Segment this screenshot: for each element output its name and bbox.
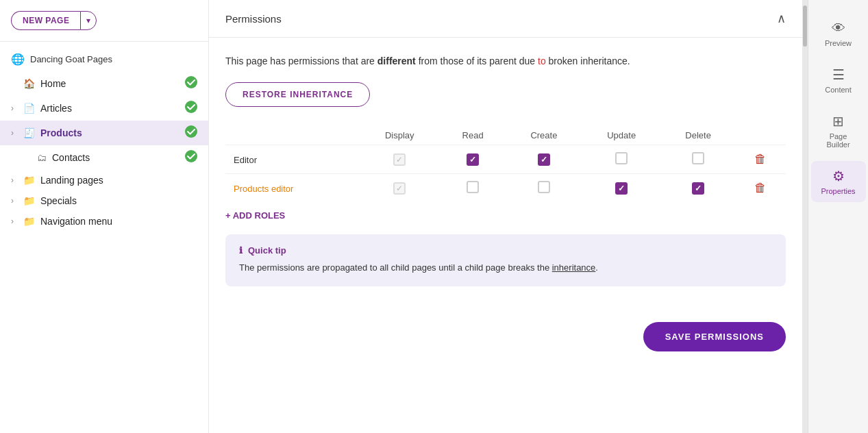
- info-icon: ℹ: [239, 245, 243, 256]
- sidebar-item-navigation-menu[interactable]: ›📁Navigation menu: [0, 211, 208, 232]
- articles-icon: 📄: [23, 103, 35, 114]
- right-panel-item-page-builder[interactable]: ⊞ Page Builder: [811, 106, 866, 156]
- perm-cell-update: [582, 145, 661, 174]
- products-icon: 🧾: [23, 127, 35, 138]
- delete-checkbox[interactable]: [692, 152, 704, 164]
- sidebar-item-articles[interactable]: ›📄Articles: [0, 96, 208, 121]
- sidebar-item-label: Navigation menu: [40, 216, 197, 227]
- collapse-button[interactable]: ∧: [777, 11, 786, 26]
- sidebar-item-label: Products: [40, 127, 185, 138]
- delete-role-icon[interactable]: 🗑: [754, 181, 767, 195]
- new-page-bar: NEW PAGE ▾: [0, 11, 208, 42]
- right-panel-item-content[interactable]: ☰ Content: [811, 60, 866, 101]
- role-name: Editor: [234, 155, 257, 165]
- site-name: Dancing Goat Pages: [30, 54, 112, 64]
- svg-point-2: [185, 125, 197, 138]
- right-panel-item-preview[interactable]: 👁 Preview: [811, 14, 866, 54]
- sidebar-item-label: Contacts: [52, 152, 185, 163]
- permissions-panel: Permissions ∧ This page has permissions …: [209, 0, 802, 433]
- preview-icon: 👁: [832, 21, 845, 36]
- permissions-table: Display Read Create Update Delete Editor…: [225, 126, 786, 202]
- right-panel: 👁 Preview ☰ Content ⊞ Page Builder ⚙ Pro…: [808, 0, 868, 433]
- sidebar-item-home[interactable]: 🏠Home: [0, 71, 208, 96]
- sidebar-item-landing-pages[interactable]: ›📁Landing pages: [0, 170, 208, 190]
- site-label: 🌐 Dancing Goat Pages: [0, 50, 208, 71]
- add-roles-button[interactable]: + ADD ROLES: [225, 202, 285, 229]
- col-role: [225, 126, 360, 145]
- sidebar-item-specials[interactable]: ›📁Specials: [0, 190, 208, 211]
- delete-role-icon[interactable]: 🗑: [754, 152, 767, 166]
- svg-point-0: [185, 76, 197, 88]
- check-icon: [185, 125, 197, 140]
- quick-tip-box: ℹ Quick tip The permissions are propagat…: [225, 234, 786, 286]
- update-checkbox[interactable]: [615, 182, 628, 195]
- nav-items: 🏠Home›📄Articles›🧾Products🗂Contacts›📁Land…: [0, 71, 208, 232]
- permissions-body: This page has permissions that are diffe…: [209, 38, 802, 314]
- page-builder-icon: ⊞: [832, 113, 844, 129]
- chevron-icon: ›: [11, 103, 23, 113]
- chevron-icon: ›: [11, 128, 23, 138]
- globe-icon: 🌐: [11, 53, 25, 66]
- perm-cell-read: [440, 145, 506, 174]
- delete-checkbox[interactable]: [692, 182, 704, 195]
- sidebar: NEW PAGE ▾ 🌐 Dancing Goat Pages 🏠Home›📄A…: [0, 0, 209, 433]
- quick-tip-text: The permissions are propagated to all ch…: [239, 261, 772, 275]
- sidebar-item-label: Specials: [40, 195, 197, 206]
- properties-label: Properties: [821, 187, 855, 195]
- display-checkbox[interactable]: [393, 182, 406, 195]
- sidebar-item-label: Articles: [40, 103, 185, 114]
- save-permissions-button[interactable]: SAVE PERMISSIONS: [643, 322, 786, 351]
- new-page-dropdown-button[interactable]: ▾: [80, 11, 97, 30]
- col-display: Display: [360, 126, 440, 145]
- perm-cell-delete: [661, 174, 735, 203]
- sidebar-item-label: Home: [40, 78, 185, 89]
- navigation-menu-icon: 📁: [23, 216, 35, 227]
- chevron-icon: ›: [11, 175, 23, 185]
- specials-icon: 📁: [23, 195, 35, 206]
- create-checkbox[interactable]: [538, 181, 550, 193]
- page-builder-label: Page Builder: [819, 132, 858, 149]
- permissions-title: Permissions: [225, 13, 282, 25]
- read-checkbox[interactable]: [467, 181, 479, 193]
- sidebar-item-label: Landing pages: [40, 175, 197, 186]
- create-checkbox[interactable]: [538, 153, 550, 166]
- right-panel-item-properties[interactable]: ⚙ Properties: [811, 161, 866, 202]
- perm-cell-update: [582, 174, 661, 203]
- check-icon: [185, 101, 197, 116]
- table-row: Products editor🗑: [225, 174, 786, 203]
- svg-point-3: [185, 150, 197, 162]
- table-row: Editor🗑: [225, 145, 786, 174]
- save-bar: SAVE PERMISSIONS: [209, 314, 802, 368]
- new-page-button[interactable]: NEW PAGE: [11, 11, 80, 30]
- perm-cell-display: [360, 174, 440, 203]
- home-icon: 🏠: [23, 78, 35, 89]
- content-label: Content: [825, 86, 852, 94]
- display-checkbox[interactable]: [393, 153, 406, 166]
- main-content: Permissions ∧ This page has permissions …: [209, 0, 802, 433]
- scrollbar-track[interactable]: [802, 0, 808, 433]
- scrollbar-thumb[interactable]: [803, 5, 807, 47]
- chevron-icon: ›: [11, 196, 23, 206]
- chevron-icon: ›: [11, 216, 23, 226]
- sidebar-item-products[interactable]: ›🧾Products: [0, 121, 208, 145]
- perm-cell-delete: [661, 145, 735, 174]
- read-checkbox[interactable]: [467, 153, 479, 166]
- sidebar-item-contacts[interactable]: 🗂Contacts: [0, 145, 208, 170]
- perm-cell-read: [440, 174, 506, 203]
- content-icon: ☰: [832, 66, 845, 83]
- svg-point-1: [185, 101, 197, 113]
- landing-pages-icon: 📁: [23, 175, 35, 186]
- perm-cell-display: [360, 145, 440, 174]
- broken-inheritance-message: This page has permissions that are diffe…: [225, 54, 786, 69]
- contacts-icon: 🗂: [37, 152, 47, 163]
- col-read: Read: [440, 126, 506, 145]
- quick-tip-header: ℹ Quick tip: [239, 245, 772, 256]
- check-icon: [185, 76, 197, 91]
- role-name: Products editor: [234, 184, 293, 194]
- check-icon: [185, 150, 197, 165]
- properties-icon: ⚙: [832, 168, 845, 184]
- col-update: Update: [582, 126, 661, 145]
- restore-inheritance-button[interactable]: RESTORE INHERITANCE: [225, 82, 370, 107]
- update-checkbox[interactable]: [615, 152, 628, 164]
- col-delete: Delete: [661, 126, 735, 145]
